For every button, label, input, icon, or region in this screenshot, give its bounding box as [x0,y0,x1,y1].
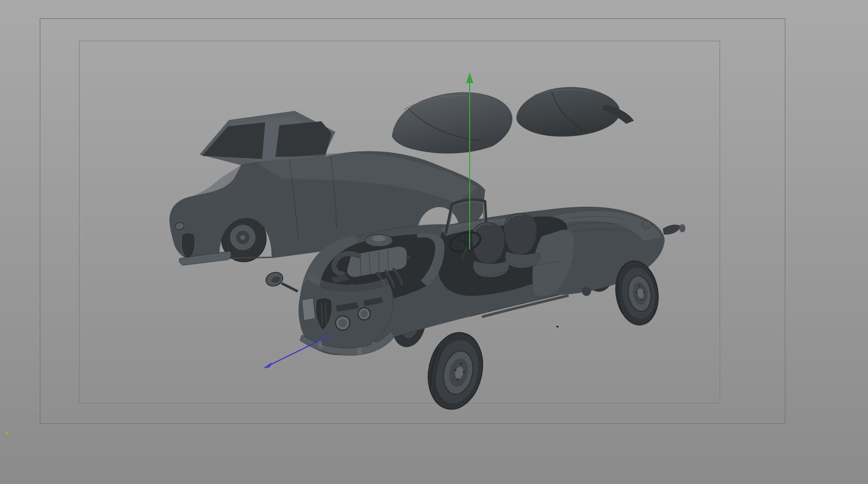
glass-canopy-rear-object[interactable] [517,87,634,137]
point-marker[interactable] [556,326,558,328]
license-plate [302,298,315,320]
headlight-left-lens [339,319,347,327]
glass-front-surface [392,92,512,153]
body-rear-window-opening [275,121,331,157]
scene-svg [0,0,868,484]
glass-rear-surface [517,87,620,137]
headlight-right-lens [361,310,368,317]
headlamp-pod-stalk [282,283,298,291]
arch-wheel-hub [240,235,245,240]
tail-bumperette [663,225,681,234]
glass-canopy-front-object[interactable] [392,92,512,153]
viewport-3d[interactable]: Y [0,0,868,484]
engine-air-cleaner-cap [372,235,386,241]
differential-housing [582,287,591,296]
engine-bolt-1 [406,255,410,259]
fuel-filler-cap [642,221,652,229]
tail-knob [679,224,685,232]
z-axis-arrowhead [263,362,272,368]
wheel-front-large [421,328,489,414]
y-axis-arrowhead [466,72,473,83]
world-axis-y-label: Y [4,430,9,438]
